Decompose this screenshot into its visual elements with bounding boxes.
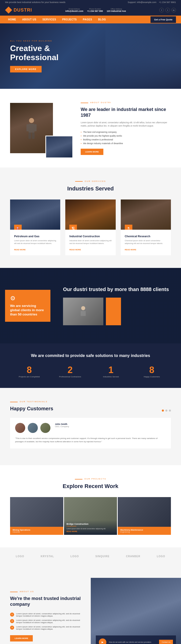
logo-text: DUSTRI	[14, 8, 32, 13]
nav-projects[interactable]: Projects	[59, 16, 80, 23]
nav-pages[interactable]: Pages	[80, 16, 95, 23]
hero-glow	[105, 23, 181, 89]
top-bar-phone: +1 234 567 8901	[159, 1, 176, 4]
top-bar-right: Support: info@example.com +1 234 567 890…	[128, 1, 176, 4]
portfolio-cat-1: Industrial	[13, 531, 61, 533]
testimonials-subtitle: OUR TESTIMONIALS	[20, 400, 48, 403]
nav-home[interactable]: Home	[5, 16, 19, 23]
logo[interactable]: DUSTRI	[5, 7, 32, 14]
about-subtitle: ABOUT DUSTRI	[90, 101, 111, 104]
svg-point-6	[81, 306, 85, 310]
trusted-num-3: 3	[10, 626, 14, 630]
portfolio-header: OUR PROJECTS Explore Recent Work	[10, 478, 171, 490]
nav-blog[interactable]: Blog	[95, 16, 109, 23]
hero-subtitle: ALL YOU NEED FOR BUILDING	[10, 40, 58, 42]
industry-img-petroleum: ⛽	[10, 199, 60, 230]
header-social: f t in	[159, 8, 176, 12]
facebook-icon[interactable]: f	[159, 8, 164, 12]
portfolio-name-1: Mining Operations	[13, 529, 61, 531]
overlay-contact-button[interactable]: Contact Us	[159, 640, 173, 644]
partner-2: KRYSTAL	[41, 555, 54, 558]
trust-img-area	[63, 298, 173, 325]
portfolio-grid: Mining Operations Industrial Bridge Cons…	[10, 497, 171, 535]
navigation: Home About Us Services Projects Pages Bl…	[0, 16, 181, 23]
testimonials-dot-1[interactable]	[162, 410, 164, 412]
trust-orange-box: ⚙ We are servicing global clients in mor…	[5, 290, 50, 322]
linkedin-icon[interactable]: in	[171, 8, 176, 12]
trust-accent-image	[106, 298, 121, 325]
trusted-learn-button[interactable]: Learn More	[10, 635, 33, 641]
trust-right: Our dustri trusted by more than 8888 cli…	[55, 268, 181, 343]
worker-figure	[24, 117, 39, 139]
trusted-left: ABOUT US We're the most trusted industri…	[0, 578, 91, 644]
trusted-section: ABOUT US We're the most trusted industri…	[0, 565, 181, 644]
about-section: ABOUT DUSTRI We are leader in industrial…	[0, 89, 181, 168]
petroleum-read-more[interactable]: READ MORE	[14, 249, 26, 251]
portfolio-item-2[interactable]: Bridge Construction Construction Lorem i…	[64, 497, 117, 535]
partners-section: LOGO KRYSTAL LOGO SINQUIRE CRANBER LOGO	[0, 547, 181, 565]
get-quote-button[interactable]: Get a Free Quote	[150, 16, 176, 23]
about-list-item-2: We provide you the highest quality works	[81, 135, 171, 137]
petroleum-icon: ⛽	[14, 225, 22, 230]
industries-title: Industries Served	[10, 185, 171, 192]
twitter-icon[interactable]: t	[165, 8, 170, 12]
portfolio-section: OUR PROJECTS Explore Recent Work Mining …	[0, 465, 181, 547]
trust-orange-title: We are servicing global clients in more …	[10, 304, 45, 317]
industries-subtitle: OUR SERVICES	[85, 180, 106, 182]
trusted-item-3: 3 Lorem ipsum dolor sit amet, consectetu…	[10, 626, 81, 630]
about-title: We are leader in industrial market since…	[81, 107, 171, 118]
industry-content-petroleum: Petroleum and Gas Lorem ipsum dolor sit …	[10, 230, 60, 256]
svg-rect-4	[28, 133, 31, 139]
trust-section: ⚙ We are servicing global clients in mor…	[0, 268, 181, 343]
about-learn-button[interactable]: Learn More	[81, 149, 103, 155]
stat-contractors-label: Professional Contractors	[51, 376, 89, 378]
author-name-1: John Smith	[55, 423, 69, 425]
trusted-num-2: 2	[10, 619, 14, 623]
about-sub-wrapper: ABOUT DUSTRI	[81, 101, 171, 105]
industry-name-industrial: Industrial Construction	[69, 235, 111, 238]
author-role-1: CEO, Company	[55, 425, 69, 428]
trusted-overlay: ▶ How do we work with our clients and se…	[96, 635, 176, 644]
about-list: The best civil engineering company We pr…	[81, 131, 171, 145]
industrial-read-more[interactable]: READ MORE	[69, 249, 81, 251]
hero-section: ALL YOU NEED FOR BUILDING Creative & Pro…	[0, 23, 181, 89]
portfolio-overlay-2: Bridge Construction Construction Lorem i…	[64, 520, 117, 535]
stat-industries: 1 Industries Served	[92, 366, 130, 378]
top-bar: We provide best industrial solutions for…	[0, 0, 181, 5]
industry-img-industrial: 🏗	[65, 199, 115, 230]
testimonials-nav	[162, 410, 171, 412]
about-text: Lorem ipsum dolor sit amet, consectetur …	[81, 121, 171, 128]
chemical-read-more[interactable]: READ MORE	[125, 249, 136, 251]
portfolio-subtitle: OUR PROJECTS	[84, 478, 106, 480]
portfolio-label-3: Machinery Maintenance Engineering	[118, 527, 171, 535]
avatar-1	[15, 423, 25, 433]
testimonials-dot-2[interactable]	[165, 410, 167, 412]
trusted-item-1: 1 Lorem ipsum dolor sit amet, consectetu…	[10, 613, 81, 617]
stat-customers: 8 Happy Customers	[133, 366, 171, 378]
portfolio-item-3[interactable]: Machinery Maintenance Engineering	[118, 497, 171, 535]
industry-card-chemical: ⚗ Chemical Research Chemical ipsum dolor…	[121, 199, 171, 256]
industry-name-petroleum: Petroleum and Gas	[14, 235, 56, 238]
industry-desc-petroleum: Lorem ipsum dolor sit amet consectetur a…	[14, 239, 56, 245]
hero-cta-button[interactable]: Explore More	[10, 66, 42, 72]
nav-services[interactable]: Services	[39, 16, 59, 23]
decorative-line-testimonials	[10, 402, 18, 402]
portfolio-more-2[interactable]: READ MORE	[67, 531, 115, 532]
portfolio-name-3: Machinery Maintenance	[120, 529, 168, 531]
play-button[interactable]: ▶	[99, 638, 106, 644]
testimonials-title: Happy Customers	[10, 406, 53, 412]
partner-3: LOGO	[71, 555, 79, 558]
portfolio-item-1[interactable]: Mining Operations Industrial	[10, 497, 63, 535]
industry-content-industrial: Industrial Construction Industrial dolor…	[65, 230, 115, 256]
industries-header: OUR SERVICES Industries Served	[10, 180, 171, 192]
stats-section: We are commited to provide safe solution…	[0, 343, 181, 388]
trusted-items: 1 Lorem ipsum dolor sit amet, consectetu…	[10, 613, 81, 630]
stats-grid: 8 Projects are Completed 2 Professional …	[10, 366, 171, 378]
avatar-2	[28, 423, 38, 433]
testimonials-dot-3[interactable]	[169, 410, 171, 412]
top-bar-left: We provide best industrial solutions for…	[5, 1, 65, 4]
industry-img-chemical: ⚗	[121, 199, 171, 230]
industry-desc-industrial: Industrial dolor sit amet construction a…	[69, 239, 111, 245]
nav-about[interactable]: About Us	[19, 16, 39, 23]
hero-title: Creative & Professional	[10, 44, 58, 62]
